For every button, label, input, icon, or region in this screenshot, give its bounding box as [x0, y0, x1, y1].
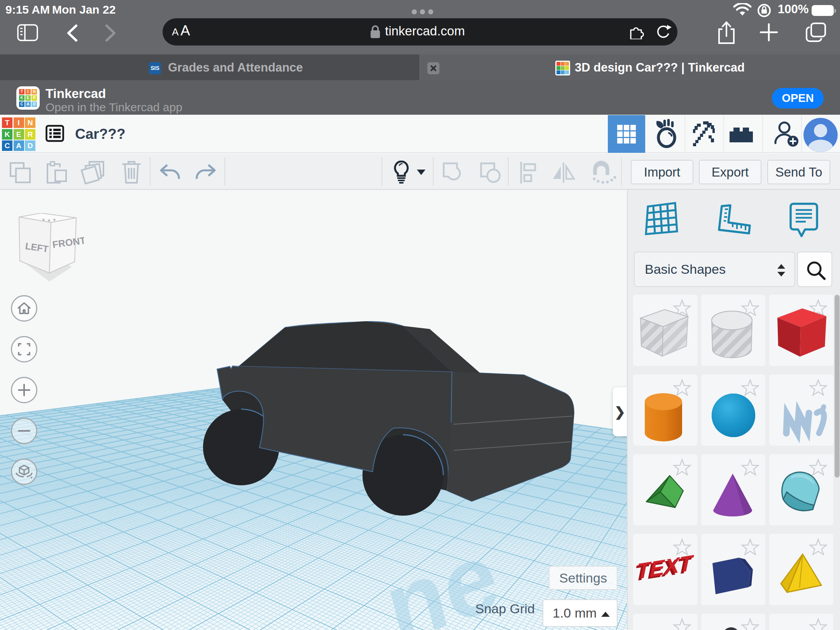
svg-text:TEXT: TEXT — [635, 550, 695, 584]
